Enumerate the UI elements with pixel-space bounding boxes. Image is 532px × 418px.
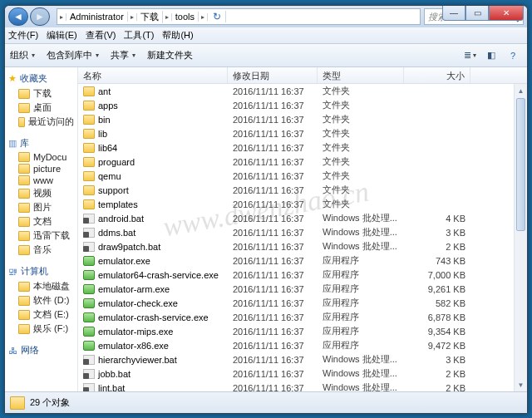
col-name[interactable]: 名称	[78, 67, 228, 83]
sidebar-group-computer[interactable]: 🖳计算机	[5, 263, 77, 279]
refresh-icon[interactable]: ↻	[208, 11, 226, 22]
scroll-down-button[interactable]: ▼	[515, 378, 527, 391]
file-size: 7,000 KB	[404, 270, 470, 280]
help-button[interactable]: ?	[504, 47, 522, 64]
sidebar-item-lib-7[interactable]: 音乐	[5, 243, 77, 257]
view-mode-button[interactable]: ≣	[461, 47, 479, 64]
preview-pane-button[interactable]: ◧	[482, 47, 500, 64]
file-row[interactable]: bin2016/11/11 16:37文件夹	[78, 112, 514, 126]
sidebar-item-lib-0[interactable]: MyDocu	[5, 151, 77, 163]
menu-file[interactable]: 文件(F)	[8, 29, 38, 42]
menu-help[interactable]: 帮助(H)	[162, 29, 193, 42]
file-row[interactable]: emulator-check.exe2016/11/11 16:37应用程序58…	[78, 296, 514, 310]
file-row[interactable]: android.bat2016/11/11 16:37Windows 批处理..…	[78, 211, 514, 225]
file-row[interactable]: emulator-crash-service.exe2016/11/11 16:…	[78, 310, 514, 324]
sidebar-item-fav-0[interactable]: 下载	[5, 86, 77, 101]
file-name: proguard	[98, 157, 135, 167]
explorer-window: ◄ ► ▸ Administrator▸ 下载▸ tools▸ ↻ 搜索 too…	[4, 5, 528, 414]
file-row[interactable]: apps2016/11/11 16:37文件夹	[78, 98, 514, 112]
file-row[interactable]: qemu2016/11/11 16:37文件夹	[78, 169, 514, 183]
file-row[interactable]: emulator-arm.exe2016/11/11 16:37应用程序9,26…	[78, 282, 514, 296]
file-row[interactable]: draw9patch.bat2016/11/11 16:37Windows 批处…	[78, 239, 514, 253]
file-type: Windows 批处理...	[318, 226, 404, 239]
include-button[interactable]: 包含到库中	[47, 49, 99, 61]
file-date: 2016/11/11 16:37	[228, 157, 318, 167]
minimize-button[interactable]: —	[442, 6, 466, 21]
scrollbar[interactable]: ▲ ▼	[514, 84, 527, 391]
file-size: 9,472 KB	[404, 341, 470, 351]
nav-forward-button[interactable]: ►	[30, 7, 50, 26]
crumb-root-icon[interactable]: ▸	[57, 13, 66, 21]
file-type: 文件夹	[318, 155, 404, 168]
menu-view[interactable]: 查看(V)	[86, 29, 116, 42]
crumb-1[interactable]: 下载	[137, 11, 163, 23]
file-row[interactable]: lib2016/11/11 16:37文件夹	[78, 126, 514, 140]
file-pane: 名称 修改日期 类型 大小 ant2016/11/11 16:37文件夹apps…	[78, 67, 527, 391]
sidebar-item-pc-3[interactable]: 娱乐 (F:)	[5, 322, 77, 336]
sidebar-item-pc-1[interactable]: 软件 (D:)	[5, 293, 77, 307]
breadcrumb[interactable]: ▸ Administrator▸ 下载▸ tools▸ ↻	[57, 8, 421, 25]
file-size: 3 KB	[404, 355, 470, 365]
file-row[interactable]: emulator.exe2016/11/11 16:37应用程序743 KB	[78, 253, 514, 268]
crumb-2[interactable]: tools	[172, 12, 199, 22]
file-row[interactable]: emulator-x86.exe2016/11/11 16:37应用程序9,47…	[78, 338, 514, 352]
folder-icon	[83, 199, 95, 209]
sidebar-item-lib-2[interactable]: www	[5, 175, 77, 186]
sidebar-item-lib-4[interactable]: 图片	[5, 200, 77, 214]
file-date: 2016/11/11 16:37	[228, 284, 318, 294]
sidebar-item-pc-2[interactable]: 文档 (E:)	[5, 307, 77, 322]
menubar: 文件(F) 编辑(E) 查看(V) 工具(T) 帮助(H)	[5, 27, 527, 44]
file-type: 文件夹	[318, 170, 404, 182]
file-date: 2016/11/11 16:37	[228, 327, 318, 337]
scroll-up-button[interactable]: ▲	[515, 84, 527, 97]
file-size: 2 KB	[404, 369, 470, 379]
sidebar-item-lib-1[interactable]: picture	[5, 163, 77, 175]
file-name: emulator-x86.exe	[98, 341, 169, 351]
exe-icon	[83, 284, 95, 294]
col-date[interactable]: 修改日期	[228, 67, 318, 83]
col-type[interactable]: 类型	[318, 67, 404, 83]
file-row[interactable]: lint.bat2016/11/11 16:37Windows 批处理...2 …	[78, 381, 514, 391]
col-size[interactable]: 大小	[404, 67, 470, 83]
file-row[interactable]: hierarchyviewer.bat2016/11/11 16:37Windo…	[78, 352, 514, 366]
sidebar-group-network[interactable]: 🖧网络	[5, 342, 77, 358]
file-name: hierarchyviewer.bat	[98, 355, 177, 365]
file-row[interactable]: emulator64-crash-service.exe2016/11/11 1…	[78, 268, 514, 282]
file-type: 应用程序	[318, 297, 404, 309]
sidebar-group-favorites[interactable]: ★收藏夹	[5, 71, 77, 86]
scroll-thumb[interactable]	[516, 98, 525, 231]
sidebar-item-pc-0[interactable]: 本地磁盘	[5, 279, 77, 293]
sidebar-item-lib-3[interactable]: 视频	[5, 186, 77, 200]
file-row[interactable]: jobb.bat2016/11/11 16:37Windows 批处理...2 …	[78, 366, 514, 381]
sidebar-item-fav-1[interactable]: 桌面	[5, 101, 77, 115]
sidebar-item-fav-2[interactable]: 最近访问的	[5, 115, 77, 129]
nav-back-button[interactable]: ◄	[8, 7, 28, 26]
file-date: 2016/11/11 16:37	[228, 270, 318, 280]
titlebar: ◄ ► ▸ Administrator▸ 下载▸ tools▸ ↻ 搜索 too…	[5, 6, 527, 27]
file-date: 2016/11/11 16:37	[228, 355, 318, 365]
file-row[interactable]: proguard2016/11/11 16:37文件夹	[78, 155, 514, 169]
organize-button[interactable]: 组织	[10, 49, 35, 61]
file-row[interactable]: lib642016/11/11 16:37文件夹	[78, 140, 514, 155]
close-button[interactable]: ✕	[489, 6, 524, 21]
menu-tools[interactable]: 工具(T)	[124, 29, 154, 42]
menu-edit[interactable]: 编辑(E)	[47, 29, 77, 42]
folder-icon	[83, 101, 95, 111]
file-row[interactable]: ddms.bat2016/11/11 16:37Windows 批处理...3 …	[78, 225, 514, 239]
file-size: 4 KB	[404, 214, 470, 224]
file-row[interactable]: support2016/11/11 16:37文件夹	[78, 183, 514, 197]
sidebar-item-lib-6[interactable]: 迅雷下载	[5, 229, 77, 243]
maximize-button[interactable]: ▭	[466, 6, 489, 21]
file-row[interactable]: emulator-mips.exe2016/11/11 16:37应用程序9,3…	[78, 324, 514, 338]
file-date: 2016/11/11 16:37	[228, 86, 318, 96]
share-button[interactable]: 共享	[111, 49, 135, 61]
newfolder-button[interactable]: 新建文件夹	[147, 49, 193, 61]
file-row[interactable]: ant2016/11/11 16:37文件夹	[78, 84, 514, 98]
crumb-0[interactable]: Administrator	[66, 12, 128, 22]
file-row[interactable]: templates2016/11/11 16:37文件夹	[78, 197, 514, 211]
sidebar-group-libraries[interactable]: ▥库	[5, 135, 77, 151]
file-name: android.bat	[98, 214, 144, 224]
folder-icon	[18, 175, 30, 185]
sidebar-item-lib-5[interactable]: 文档	[5, 214, 77, 229]
file-size: 6,878 KB	[404, 312, 470, 322]
